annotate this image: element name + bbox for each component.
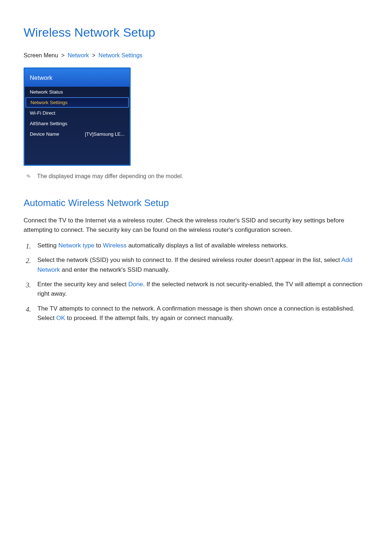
step-text: to [94,242,103,249]
step-text: Setting [37,242,58,249]
step-text: and enter the network's SSID manually. [60,266,170,273]
note-row: ✎ The displayed image may differ dependi… [24,173,368,180]
intro-paragraph: Connect the TV to the Internet via a wir… [24,216,368,234]
tv-menu-spacer [25,139,130,165]
steps-list: Setting Network type to Wireless automat… [24,241,368,323]
page-title: Wireless Network Setup [24,25,368,40]
tv-menu-item-value: [TV]Samsung LE... [85,131,124,137]
breadcrumb-network: Network [68,52,89,58]
step-highlight: Network type [58,242,94,249]
breadcrumb-prefix: Screen Menu [24,52,58,58]
tv-menu-item-network-settings[interactable]: Network Settings [25,97,129,108]
step-highlight: OK [56,315,65,321]
pencil-icon: ✎ [25,172,32,180]
step-1: Setting Network type to Wireless automat… [24,241,368,250]
tv-menu-item-network-status[interactable]: Network Status [25,87,130,97]
tv-menu-item-device-name[interactable]: Device Name [TV]Samsung LE... [25,129,130,139]
note-text: The displayed image may differ depending… [37,173,183,180]
tv-menu-item-label: Wi-Fi Direct [30,110,56,116]
tv-menu-item-label: AllShare Settings [30,121,68,126]
breadcrumb-network-settings: Network Settings [98,52,142,58]
step-text: automatically displays a list of availab… [127,242,288,249]
step-4: The TV attempts to connect to the networ… [24,304,368,323]
tv-menu-item-label: Device Name [30,131,59,137]
step-2: Select the network (SSID) you wish to co… [24,255,368,275]
breadcrumb: Screen Menu > Network > Network Settings [24,52,368,59]
step-3: Enter the security key and select Done. … [24,280,368,299]
step-highlight: Done [128,281,143,288]
step-highlight: Wireless [103,242,126,249]
breadcrumb-sep-1: > [61,52,65,58]
section-title: Automatic Wireless Network Setup [24,197,368,209]
tv-menu-item-label: Network Settings [30,100,68,105]
breadcrumb-sep-2: > [92,52,95,58]
tv-menu-item-allshare-settings[interactable]: AllShare Settings [25,118,130,129]
tv-menu-item-label: Network Status [30,89,63,95]
step-text: Enter the security key and select [37,281,128,288]
tv-menu-panel: Network Network Status Network Settings … [24,67,131,166]
step-text: to proceed. If the attempt fails, try ag… [65,315,234,321]
tv-menu-header: Network [25,69,130,87]
tv-menu-item-wifi-direct[interactable]: Wi-Fi Direct [25,108,130,118]
step-text: Select the network (SSID) you wish to co… [37,257,342,263]
